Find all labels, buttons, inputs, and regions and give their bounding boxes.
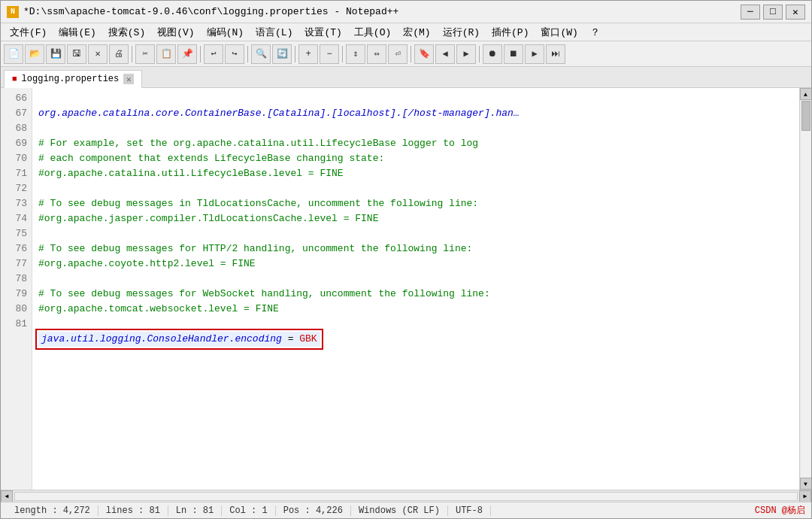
tb-new[interactable]: 📄 bbox=[4, 44, 23, 64]
menu-help[interactable]: ？ bbox=[584, 24, 606, 41]
menu-file[interactable]: 文件(F) bbox=[4, 24, 53, 41]
tb-find[interactable]: 🔍 bbox=[251, 44, 271, 64]
scroll-down-arrow[interactable]: ▼ bbox=[800, 478, 812, 490]
tb-redo[interactable]: ↪ bbox=[225, 44, 244, 64]
toolbar-sep-1 bbox=[132, 46, 132, 62]
maximize-button[interactable]: □ bbox=[763, 5, 783, 20]
code-line-81: java.util.logging.ConsoleHandler.encodin… bbox=[38, 332, 320, 347]
scroll-right-arrow[interactable]: ▶ bbox=[799, 490, 811, 502]
tb-undo[interactable]: ↩ bbox=[204, 44, 223, 64]
status-encoding: UTF-8 bbox=[448, 505, 491, 516]
app-icon: N bbox=[7, 6, 19, 18]
menu-view[interactable]: 视图(V) bbox=[151, 24, 200, 41]
toolbar-sep-5 bbox=[342, 46, 343, 62]
menu-run[interactable]: 运行(R) bbox=[437, 24, 486, 41]
tb-bookmark[interactable]: 🔖 bbox=[414, 44, 434, 64]
code-line-66: org.apache.catalina.core.ContainerBase.[… bbox=[38, 108, 520, 119]
toolbar-sep-4 bbox=[295, 46, 295, 62]
scroll-track[interactable] bbox=[801, 100, 811, 478]
code-line-74 bbox=[38, 228, 44, 239]
toolbar-sep-2 bbox=[200, 46, 201, 62]
tb-macro-run[interactable]: ⏭ bbox=[546, 44, 565, 64]
tab-close-button[interactable]: ✕ bbox=[123, 74, 134, 84]
tb-prev-bookmark[interactable]: ◀ bbox=[435, 44, 455, 64]
hscroll-track[interactable] bbox=[14, 492, 798, 501]
tb-paste[interactable]: 📌 bbox=[177, 44, 197, 64]
code-line-75: # To see debug messages for HTTP/2 handl… bbox=[38, 243, 472, 254]
tb-copy[interactable]: 📋 bbox=[156, 44, 176, 64]
status-line-ending: Windows (CR LF) bbox=[351, 505, 448, 516]
tb-macro-rec[interactable]: ⏺ bbox=[483, 44, 502, 64]
tb-macro-play[interactable]: ▶ bbox=[525, 44, 544, 64]
status-pos: Pos : 4,226 bbox=[276, 505, 351, 516]
tab-logging-properties[interactable]: ■ logging.properties ✕ bbox=[4, 70, 142, 88]
code-line-73: #org.apache.jasper.compiler.TldLocations… bbox=[38, 213, 378, 224]
menu-macro[interactable]: 宏(M) bbox=[397, 24, 436, 41]
code-line-67 bbox=[38, 123, 44, 134]
tb-cut[interactable]: ✂ bbox=[135, 44, 155, 64]
menu-tools[interactable]: 工具(O) bbox=[348, 24, 397, 41]
menu-edit[interactable]: 编辑(E) bbox=[53, 24, 102, 41]
tb-open[interactable]: 📂 bbox=[25, 44, 44, 64]
menu-plugins[interactable]: 插件(P) bbox=[486, 24, 535, 41]
status-length: length : 4,272 bbox=[7, 505, 98, 516]
status-right: CSDN @杨启 bbox=[755, 504, 805, 517]
menu-bar: 文件(F) 编辑(E) 搜索(S) 视图(V) 编码(N) 语言(L) 设置(T… bbox=[1, 23, 811, 41]
status-col: Col : 1 bbox=[222, 505, 275, 516]
csdn-badge: CSDN @杨启 bbox=[755, 504, 805, 517]
tb-print[interactable]: 🖨 bbox=[109, 44, 129, 64]
menu-window[interactable]: 窗口(W) bbox=[535, 24, 583, 41]
code-line-72: # To see debug messages in TldLocationsC… bbox=[38, 198, 478, 209]
code-line-69: # each component that extends LifecycleB… bbox=[38, 153, 384, 164]
code-line-70: #org.apache.catalina.util.LifecycleBase.… bbox=[38, 168, 344, 179]
menu-search[interactable]: 搜索(S) bbox=[102, 24, 151, 41]
tb-macro-stop[interactable]: ⏹ bbox=[504, 44, 523, 64]
tb-sync-h[interactable]: ⇔ bbox=[367, 44, 386, 64]
editor-area: 66 67 68 69 70 71 72 73 74 75 76 77 78 7… bbox=[1, 88, 811, 490]
minimize-button[interactable]: ─ bbox=[741, 5, 760, 20]
tb-close[interactable]: ✕ bbox=[88, 44, 108, 64]
tb-save-all[interactable]: 🖫 bbox=[67, 44, 86, 64]
tb-zoom-out[interactable]: − bbox=[320, 44, 339, 64]
menu-encoding[interactable]: 编码(N) bbox=[201, 24, 250, 41]
title-bar-controls: ─ □ ✕ bbox=[741, 5, 805, 20]
code-line-77 bbox=[38, 273, 44, 284]
menu-language[interactable]: 语言(L) bbox=[250, 24, 298, 41]
tab-icon: ■ bbox=[12, 74, 17, 83]
tb-sync-v[interactable]: ⇕ bbox=[346, 44, 365, 64]
code-line-68: # For example, set the org.apache.catali… bbox=[38, 138, 478, 149]
tb-replace[interactable]: 🔄 bbox=[272, 44, 292, 64]
vertical-scrollbar[interactable]: ▲ ▼ bbox=[799, 88, 811, 490]
toolbar: 📄 📂 💾 🖫 ✕ 🖨 ✂ 📋 📌 ↩ ↪ 🔍 🔄 + − ⇕ ⇔ ⏎ 🔖 ◀ … bbox=[1, 41, 811, 67]
menu-settings[interactable]: 设置(T) bbox=[298, 24, 347, 41]
scroll-up-arrow[interactable]: ▲ bbox=[800, 88, 812, 100]
scroll-thumb[interactable] bbox=[801, 101, 810, 131]
toolbar-sep-3 bbox=[247, 46, 248, 62]
code-content[interactable]: org.apache.catalina.core.ContainerBase.[… bbox=[32, 88, 799, 490]
tb-wrap[interactable]: ⏎ bbox=[388, 44, 408, 64]
window-title: *D:\ssm\apache-tomcat-9.0.46\conf\loggin… bbox=[23, 6, 398, 17]
close-button[interactable]: ✕ bbox=[786, 5, 805, 20]
tab-bar: ■ logging.properties ✕ bbox=[1, 67, 811, 88]
tb-zoom-in[interactable]: + bbox=[298, 44, 318, 64]
horizontal-scrollbar[interactable]: ◀ ▶ bbox=[1, 490, 811, 502]
scroll-left-arrow[interactable]: ◀ bbox=[1, 490, 13, 502]
tb-next-bookmark[interactable]: ▶ bbox=[456, 44, 476, 64]
status-lines: lines : 81 bbox=[98, 505, 168, 516]
title-bar: N *D:\ssm\apache-tomcat-9.0.46\conf\logg… bbox=[1, 1, 811, 23]
tab-label: logging.properties bbox=[22, 74, 120, 84]
toolbar-sep-7 bbox=[479, 46, 480, 62]
line-numbers: 66 67 68 69 70 71 72 73 74 75 76 77 78 7… bbox=[1, 88, 32, 490]
status-ln: Ln : 81 bbox=[168, 505, 222, 516]
code-line-76: #org.apache.coyote.http2.level = FINE bbox=[38, 258, 256, 269]
title-bar-left: N *D:\ssm\apache-tomcat-9.0.46\conf\logg… bbox=[7, 6, 398, 18]
toolbar-sep-6 bbox=[411, 46, 411, 62]
code-line-80 bbox=[38, 318, 44, 329]
code-line-71 bbox=[38, 183, 44, 194]
status-bar: length : 4,272 lines : 81 Ln : 81 Col : … bbox=[1, 502, 811, 518]
code-line-79: #org.apache.tomcat.websocket.level = FIN… bbox=[38, 303, 279, 314]
code-line-78: # To see debug messages for WebSocket ha… bbox=[38, 288, 490, 299]
tb-save[interactable]: 💾 bbox=[46, 44, 65, 64]
